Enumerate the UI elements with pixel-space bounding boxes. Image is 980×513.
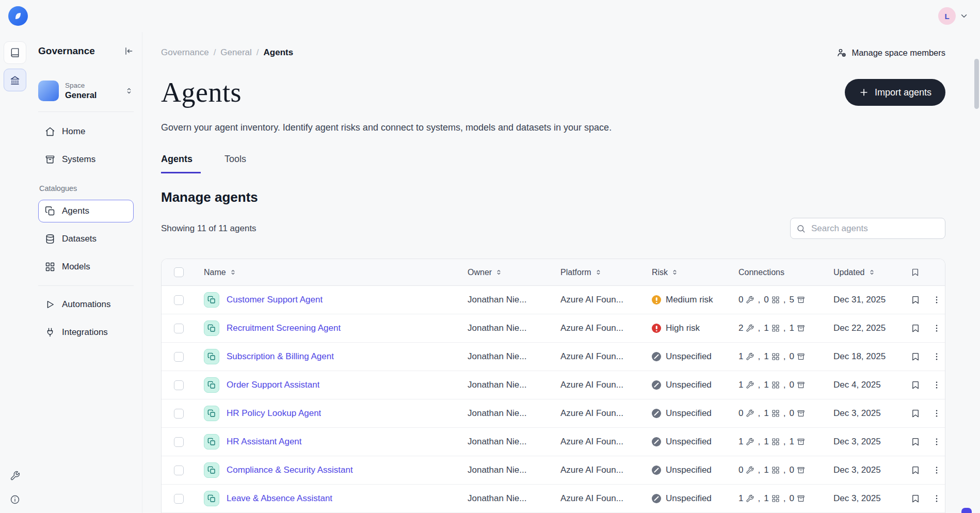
floating-widget-partial[interactable] — [961, 508, 972, 513]
updated-cell: Dec 3, 2025 — [833, 465, 911, 475]
archive-icon — [797, 494, 805, 503]
sidebar-item-automations[interactable]: Automations — [38, 293, 134, 316]
agent-name-link[interactable]: Subscription & Billing Agent — [227, 351, 334, 362]
tab-tools[interactable]: Tools — [224, 154, 254, 173]
sidebar-item-models[interactable]: Models — [38, 255, 134, 278]
sidebar-item-systems[interactable]: Systems — [38, 148, 134, 171]
grid-icon — [772, 352, 780, 361]
models-count: 1 — [764, 351, 789, 362]
manage-space-members-button[interactable]: Manage space members — [837, 47, 945, 58]
column-header-name[interactable]: Name — [186, 268, 468, 277]
column-header-risk[interactable]: Risk — [652, 268, 738, 277]
tab-agents[interactable]: Agents — [161, 154, 201, 173]
avatar[interactable]: L — [938, 7, 956, 25]
sidebar-item-agents[interactable]: Agents — [38, 200, 134, 222]
agent-name-link[interactable]: Recruitment Screening Agent — [227, 323, 341, 333]
wrench-icon — [746, 352, 754, 361]
row-checkbox[interactable] — [174, 494, 184, 504]
sidebar-item-integrations[interactable]: Integrations — [38, 321, 134, 344]
row-checkbox[interactable] — [174, 352, 184, 362]
bookmark-icon[interactable] — [911, 437, 920, 446]
space-selector-label: Space — [65, 82, 118, 89]
sidebar-section-label: Catalogues — [38, 184, 134, 193]
breadcrumb-item-general[interactable]: General — [220, 47, 263, 58]
row-checkbox[interactable] — [174, 295, 184, 305]
row-menu-button[interactable] — [932, 437, 941, 446]
row-checkbox[interactable] — [174, 380, 184, 390]
space-selector[interactable]: Space General — [38, 81, 134, 101]
owner-cell: Jonathan Nie... — [468, 437, 560, 447]
book-icon — [10, 47, 20, 58]
risk-label: Unspecified — [666, 437, 712, 447]
column-header-platform[interactable]: Platform — [560, 268, 652, 277]
import-agents-label: Import agents — [875, 87, 931, 98]
agent-name-link[interactable]: HR Policy Lookup Agent — [227, 408, 321, 419]
row-checkbox[interactable] — [174, 409, 184, 419]
info-icon[interactable] — [10, 494, 20, 505]
select-all-checkbox[interactable] — [174, 267, 184, 277]
row-menu-button[interactable] — [932, 466, 941, 475]
logo-swirl-icon — [12, 10, 24, 22]
risk-cell: Unspecified — [652, 493, 738, 504]
agent-name-link[interactable]: Compliance & Security Assistant — [227, 465, 353, 475]
bookmark-icon[interactable] — [911, 494, 920, 503]
connections-cell: 2 1 1 — [738, 323, 833, 333]
rail-item-docs[interactable] — [4, 41, 26, 64]
sidebar-item-datasets[interactable]: Datasets — [38, 228, 134, 250]
column-header-updated[interactable]: Updated — [833, 268, 911, 277]
wrench-icon — [746, 296, 754, 304]
column-header-bookmark[interactable] — [911, 268, 928, 277]
row-menu-button[interactable] — [932, 409, 941, 418]
wrench-icon — [746, 381, 754, 389]
row-checkbox[interactable] — [174, 437, 184, 447]
row-menu-button[interactable] — [932, 352, 941, 361]
column-header-owner[interactable]: Owner — [468, 268, 560, 277]
chevron-down-icon[interactable] — [959, 11, 969, 21]
grid-icon — [772, 466, 780, 474]
column-label: Platform — [560, 268, 591, 277]
bookmark-icon[interactable] — [911, 466, 920, 475]
scrollbar-thumb[interactable] — [974, 59, 979, 109]
breadcrumb-item-governance[interactable]: Governance — [161, 47, 220, 58]
sort-icon — [869, 269, 875, 276]
bookmark-icon[interactable] — [911, 295, 920, 304]
bookmark-icon[interactable] — [911, 409, 920, 418]
risk-icon — [652, 295, 661, 304]
row-checkbox[interactable] — [174, 324, 184, 333]
breadcrumb-item-agents: Agents — [264, 47, 294, 58]
risk-icon — [652, 380, 661, 390]
agent-icon — [204, 320, 219, 336]
sidebar-item-label: Datasets — [62, 234, 97, 244]
collapse-sidebar-button[interactable] — [123, 46, 134, 56]
grid-icon — [772, 296, 780, 304]
wrench-icon — [746, 324, 754, 332]
row-menu-button[interactable] — [932, 295, 941, 304]
sidebar-item-home[interactable]: Home — [38, 120, 134, 143]
import-agents-button[interactable]: Import agents — [845, 79, 945, 106]
row-menu-button[interactable] — [932, 324, 941, 333]
archive-icon — [797, 296, 805, 304]
row-checkbox[interactable] — [174, 466, 184, 475]
app-logo[interactable] — [8, 6, 28, 26]
bookmark-icon[interactable] — [911, 324, 920, 333]
datasets-count: 1 — [789, 437, 805, 447]
manage-members-icon — [837, 47, 847, 58]
risk-cell: High risk — [652, 323, 738, 333]
risk-icon — [652, 437, 661, 446]
datasets-count: 0 — [789, 493, 805, 504]
row-menu-button[interactable] — [932, 380, 941, 390]
column-header-connections: Connections — [738, 268, 833, 277]
agent-name-link[interactable]: HR Assistant Agent — [227, 437, 302, 447]
agent-name-link[interactable]: Leave & Absence Assistant — [227, 493, 332, 504]
wrench-icon[interactable] — [10, 471, 20, 481]
row-menu-button[interactable] — [932, 494, 941, 503]
agent-name-link[interactable]: Customer Support Agent — [227, 295, 323, 305]
bookmark-icon[interactable] — [911, 352, 920, 361]
agent-icon — [204, 406, 219, 421]
rail-item-governance[interactable] — [4, 69, 26, 91]
search-input[interactable] — [790, 218, 945, 239]
account-menu[interactable]: L — [938, 7, 969, 25]
agent-name-link[interactable]: Order Support Assistant — [227, 380, 319, 390]
bookmark-icon[interactable] — [911, 380, 920, 390]
sidebar-item-label: Integrations — [62, 327, 108, 338]
